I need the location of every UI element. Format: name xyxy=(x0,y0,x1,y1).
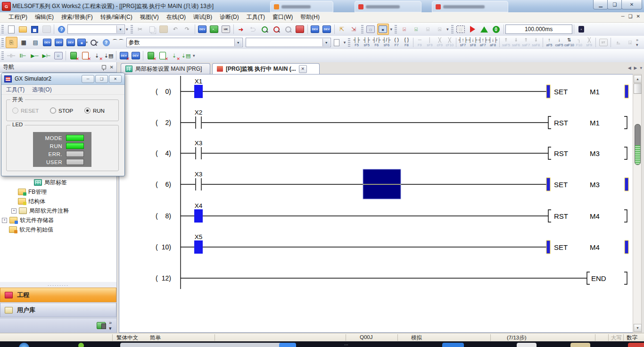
nav-button-project[interactable]: 工程 xyxy=(0,288,116,302)
menu-find-replace[interactable]: 搜索/替换(F) xyxy=(58,12,97,22)
device-memory-table-icon[interactable]: DEV xyxy=(54,37,65,48)
scrollbar-thumb[interactable] xyxy=(634,83,642,94)
taskbar-icon[interactable] xyxy=(78,343,84,347)
break-clear-1-icon[interactable]: ✕ xyxy=(145,50,156,61)
device-block-icon[interactable] xyxy=(295,24,305,34)
page-find-icon[interactable] xyxy=(331,37,342,48)
ladder-key-closed-branch[interactable]: ┤/├sF6 xyxy=(381,37,391,49)
device-display-eye-icon[interactable]: ◉▾ xyxy=(77,37,88,48)
ladder-key-del-vline[interactable]: ╳cF10 xyxy=(445,37,454,49)
panel-splitter[interactable]: ········· xyxy=(0,283,116,288)
cancel-device-test-1-icon[interactable]: ✕ xyxy=(68,50,79,61)
toolbar-grip[interactable] xyxy=(1,51,4,60)
toolbar-grip[interactable] xyxy=(131,25,133,33)
ladder-key-open-branch[interactable]: ┤├sF5 xyxy=(362,37,372,49)
simulator-close-button[interactable]: ✕ xyxy=(109,75,122,83)
menu-compile[interactable]: 转换/编译(C) xyxy=(97,12,136,22)
tab-scroll-left-icon[interactable]: ◀ xyxy=(628,66,631,70)
ladder-key-write-line[interactable]: ┐F10 xyxy=(574,37,584,49)
more-buttons-icon[interactable]: »▾ xyxy=(109,320,112,331)
edit-block-icon[interactable]: ⍗ xyxy=(625,37,636,48)
ladder-key-pulse-rise-branch[interactable]: ┤↑├aF7 xyxy=(478,37,488,49)
pin-icon[interactable] xyxy=(102,65,106,69)
ladder-key-pulse-ne-rise[interactable]: ⇑saF5 xyxy=(501,37,511,49)
ladder-key-pulse-fall[interactable]: ┤↓├sF8 xyxy=(468,37,478,49)
taskbar-dots[interactable]: ⋯ xyxy=(344,343,352,347)
step-partial-icon[interactable]: ▶⊢ xyxy=(41,50,52,61)
skip-clear-1-icon[interactable]: ⇣✕ xyxy=(169,50,180,61)
device-monitor-icon[interactable]: >_ xyxy=(209,24,220,34)
paste-icon[interactable] xyxy=(158,24,169,34)
radio-stop[interactable]: STOP xyxy=(50,107,73,114)
ladder-key-invert-rise[interactable]: ↑aF5 xyxy=(544,37,554,49)
open-project-icon[interactable] xyxy=(17,24,28,34)
tree-item-struct[interactable]: 结构体 xyxy=(18,197,45,206)
simulation-start-icon[interactable] xyxy=(467,24,478,34)
tree-item-device-memory[interactable]: + 软元件存储器 xyxy=(2,216,54,224)
device-find-icon[interactable]: DEV xyxy=(197,24,208,34)
toolbar-overflow-icon[interactable]: ▾ xyxy=(193,53,195,58)
ladder-key-pulse-rise[interactable]: ┤↑├sF7 xyxy=(458,37,468,49)
cross-reference-icon[interactable]: ⌒⌒ xyxy=(113,37,124,48)
tab-local-label-setting[interactable]: 局部标签设置 MAIN [PRG] xyxy=(121,63,210,74)
help2-icon[interactable]: ? xyxy=(101,37,112,48)
connection-destination-icon[interactable] xyxy=(97,322,106,329)
break-execution-icon[interactable]: ‖⊢ xyxy=(17,50,28,61)
navigation-close-icon[interactable]: ✕ xyxy=(110,65,114,70)
ladder-key-invert-result[interactable]: ⇅caF10 xyxy=(564,37,574,49)
expand-icon[interactable]: + xyxy=(2,218,7,223)
device-display-2-icon[interactable]: DEV xyxy=(322,24,332,34)
menu-help[interactable]: 帮助(H) xyxy=(297,12,323,22)
toolbar-grip[interactable] xyxy=(361,25,363,33)
ladder-rung[interactable]: ( 12) END xyxy=(156,272,627,284)
ladder-rung[interactable]: ( 8) X4 RST M4 xyxy=(156,202,627,223)
tab-list-icon[interactable]: ▾ xyxy=(640,66,642,70)
run-to-cursor-icon[interactable]: ▶─ xyxy=(29,50,40,61)
close-button[interactable]: ✕ xyxy=(621,0,642,9)
mdi-close-button[interactable]: ✕ xyxy=(636,14,640,19)
vertical-scrollbar[interactable]: ▲ ▼ xyxy=(633,74,642,333)
scroll-up-icon[interactable]: ▲ xyxy=(634,75,642,83)
toolbar-overflow-icon[interactable]: ▾ xyxy=(390,27,393,32)
tree-item-device-init[interactable]: 软元件初始值 xyxy=(9,225,53,234)
tab-scroll-right-icon[interactable]: ▶ xyxy=(634,66,637,70)
taskbar-app-4[interactable] xyxy=(628,343,644,347)
scroll-down-icon[interactable]: ▼ xyxy=(634,324,642,332)
device-display-1-icon[interactable]: DEV xyxy=(310,24,321,34)
maximize-button[interactable]: ❑ xyxy=(607,0,622,9)
ladder-key-del-hline[interactable]: ╳cF9 xyxy=(435,37,445,49)
target-combo[interactable]: 参数▼ xyxy=(126,38,243,47)
undo-icon[interactable]: ↶ xyxy=(170,24,181,34)
tree-item-local-label[interactable]: 局部标签 xyxy=(34,178,67,187)
find-device-icon[interactable]: ▾ xyxy=(89,37,100,48)
new-project-icon[interactable] xyxy=(6,24,17,34)
ladder-key-delete-line[interactable]: ╳sF9 xyxy=(584,37,594,49)
scan-time-field[interactable]: 100.000ms xyxy=(505,25,572,34)
taskbar-search-box[interactable] xyxy=(120,343,292,347)
read-from-plc-icon[interactable]: ⮌ xyxy=(248,24,258,34)
simulation-warn-icon[interactable] xyxy=(479,24,490,34)
toolbar-grip[interactable] xyxy=(1,38,4,47)
menu-debug[interactable]: 调试(B) xyxy=(190,12,216,22)
copy-icon[interactable] xyxy=(147,24,157,34)
cancel-device-table-icon[interactable]: ⇣▤ xyxy=(103,50,114,61)
ladder-key-hline[interactable]: ─F9 xyxy=(415,37,425,49)
step-execution-icon[interactable]: ⊣⊢ xyxy=(6,50,17,61)
expand-icon[interactable]: + xyxy=(11,208,17,214)
ladder-key-vline[interactable]: │sF9 xyxy=(425,37,435,49)
taskbar-app-2[interactable] xyxy=(517,343,537,347)
simulator-maximize-button[interactable]: ❑ xyxy=(95,75,108,83)
cut-icon[interactable]: ✂ xyxy=(135,24,146,34)
tree-item-device-comment[interactable]: + 局部软元件注释 xyxy=(11,207,69,215)
redo-icon[interactable]: ↷ xyxy=(182,24,193,34)
ladder-rung[interactable]: ( 10) X5 SET M4 xyxy=(156,233,628,254)
device-batch-icon[interactable]: HK xyxy=(221,24,231,34)
taskbar-app-1[interactable] xyxy=(442,343,464,347)
start-orb[interactable] xyxy=(19,343,29,347)
window-display-icon[interactable]: ▢ xyxy=(365,24,376,34)
simulator-minimize-button[interactable]: ─ xyxy=(82,75,94,83)
toolbar-grip[interactable] xyxy=(395,25,397,33)
ladder-rung[interactable]: ( 6) X3 SET M3 xyxy=(156,169,628,199)
st-edit-icon[interactable]: ST xyxy=(598,37,609,48)
ladder-key-pulse-ne-fall-branch[interactable]: ⇓saF8 xyxy=(531,37,541,49)
